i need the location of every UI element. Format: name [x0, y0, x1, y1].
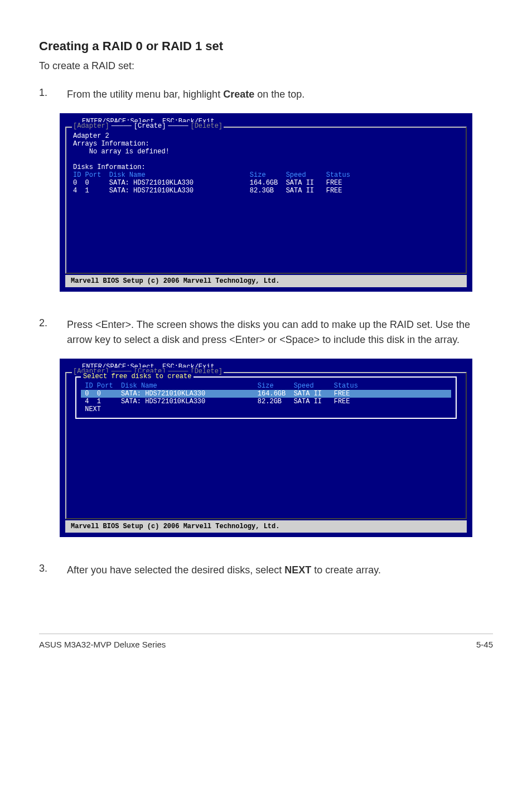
section-heading: Creating a RAID 0 or RAID 1 set — [39, 39, 493, 54]
intro-text: To create a RAID set: — [39, 59, 493, 73]
step-bold: NEXT — [284, 564, 311, 576]
bios-screenshot-2: ENTER/SPACE:Select, ESC:Back/Exit [Adapt… — [60, 359, 472, 537]
footer-right: 5-45 — [476, 640, 493, 649]
step-3: 3. After you have selected the desired d… — [39, 563, 493, 578]
step-num: 2. — [39, 317, 67, 347]
step-text: Press <Enter>. The screen shows the disk… — [67, 317, 493, 347]
bios2-footer: Marvell BIOS Setup (c) 2006 Marvell Tech… — [65, 520, 467, 533]
bios1-no-array: No array is defined! — [73, 148, 459, 156]
bios1-panel: [Adapter]─────[Create]─────[Delete] Adap… — [65, 127, 467, 274]
step-text: After you have selected the desired disk… — [67, 563, 493, 578]
step-prefix: After you have selected the desired disk… — [67, 564, 284, 576]
step-2: 2. Press <Enter>. The screen shows the d… — [39, 317, 493, 347]
bios2-select-title: Select free disks to create — [81, 373, 194, 380]
footer-left: ASUS M3A32-MVP Deluxe Series — [39, 640, 166, 649]
page-footer: ASUS M3A32-MVP Deluxe Series 5-45 — [39, 634, 493, 649]
bios2-select-box: Select free disks to create ID Port Disk… — [75, 376, 457, 419]
bios2-panel: [Adapter]─────[Create]─────[Delete] Sele… — [65, 372, 467, 519]
step-text: From the utility menu bar, highlight Cre… — [67, 87, 493, 102]
tab-delete: [Delete] — [189, 122, 224, 130]
bios2-row1-selected: 0 0 SATA: HDS721010KLA330 164.6GB SATA I… — [81, 390, 451, 398]
bios2-row2: 4 1 SATA: HDS721010KLA330 82.2GB SATA II… — [81, 398, 451, 405]
step-num: 3. — [39, 563, 67, 578]
bios1-footer: Marvell BIOS Setup (c) 2006 Marvell Tech… — [65, 275, 467, 287]
step-1: 1. From the utility menu bar, highlight … — [39, 87, 493, 102]
tab-create: [Create] — [133, 122, 167, 130]
bios1-disks-info: Disks Information: — [73, 163, 459, 171]
step-suffix: on the top. — [254, 89, 304, 100]
bios1-adapter-line: Adapter 2 — [73, 132, 459, 140]
step-prefix: From the utility menu bar, highlight — [67, 89, 223, 100]
step-num: 1. — [39, 87, 67, 102]
bios1-row2: 4 1 SATA: HDS721010KLA330 82.3GB SATA II… — [73, 187, 459, 195]
bios1-tabs: [Adapter]─────[Create]─────[Delete] — [66, 122, 466, 130]
tab-adapter: [Adapter] — [72, 122, 110, 130]
step-suffix: to create array. — [311, 564, 381, 576]
bios2-next: NEXT — [81, 405, 451, 413]
bios2-col-header: ID Port Disk Name Size Speed Status — [81, 382, 451, 390]
bios1-arrays-info: Arrays Information: — [73, 140, 459, 148]
bios-screenshot-1: ENTER/SPACE:Select, ESC:Back/Exit [Adapt… — [60, 113, 472, 292]
bios1-row1: 0 0 SATA: HDS721010KLA330 164.6GB SATA I… — [73, 179, 459, 187]
bios1-col-header: ID Port Disk Name Size Speed Status — [73, 171, 459, 179]
step-bold: Create — [223, 89, 254, 100]
tab-delete: [Delete] — [189, 368, 224, 375]
